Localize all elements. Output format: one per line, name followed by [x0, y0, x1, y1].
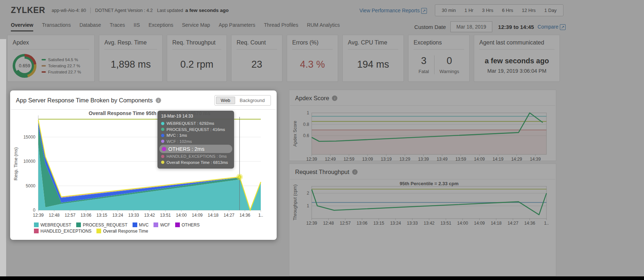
svg-text:12:57: 12:57	[65, 213, 75, 218]
tooltip-time: 14:33	[182, 114, 193, 119]
svg-text:13:42: 13:42	[144, 213, 155, 218]
series-dot	[162, 147, 166, 151]
apdex-score-panel: Apdex Score i 0.60.8112:3912:4912:5913:0…	[289, 90, 556, 161]
tooltip-date: 18-Mar-19	[161, 114, 181, 119]
time-range-1-day[interactable]: 1 Day	[540, 7, 561, 14]
metric-card-agent-last-communicated: Agent last communicateda few seconds ago…	[474, 35, 560, 82]
view-performance-reports-link[interactable]: View Performance Reports↗	[359, 8, 427, 13]
tab-exceptions[interactable]: Exceptions	[148, 22, 173, 31]
svg-text:14:00: 14:00	[457, 221, 468, 226]
legend-item-mvc[interactable]: MVC	[133, 222, 149, 228]
legend-item-overall response time[interactable]: Overall Response Time	[96, 229, 148, 234]
throughput-line-chart[interactable]: 1212:3912:4812:5713:0613:1513:2413:3313:…	[291, 182, 552, 232]
legend-label: Tolerating 22.7 %	[48, 64, 80, 68]
svg-text:13:19: 13:19	[381, 157, 392, 162]
card-divider	[13, 49, 89, 50]
card-value: 0.2 rpm	[172, 59, 221, 70]
card-divider	[104, 49, 157, 50]
svg-text:13:06: 13:06	[81, 213, 91, 218]
exceptions-label: Fatal	[419, 69, 429, 74]
svg-text:0.6: 0.6	[303, 133, 309, 138]
legend-label: WCF	[160, 222, 170, 228]
tooltip-text: WEBREQUEST : 6292ms	[167, 121, 214, 126]
svg-text:14:09: 14:09	[192, 213, 203, 218]
tooltip-row-overall response time: Overall Response Time : 6813ms	[161, 160, 230, 166]
tab-thread-profiles[interactable]: Thread Profiles	[264, 22, 298, 31]
exceptions-fatal: 3Fatal	[414, 55, 434, 74]
agent-last-communicated-value: a few seconds ago	[479, 57, 554, 65]
legend-label: Satisfied 54.5 %	[48, 58, 78, 62]
chart-legend: WEBREQUESTPROCESS_REQUESTMVCWCFOTHERSHAN…	[34, 222, 277, 234]
tab-iis[interactable]: IIS	[134, 22, 140, 31]
series-dot	[161, 134, 164, 137]
legend-swatch	[175, 222, 180, 227]
tab-service-map[interactable]: Service Map	[182, 22, 210, 31]
card-title: Apdex	[13, 39, 89, 46]
tab-transactions[interactable]: Transactions	[42, 22, 71, 31]
components-stacked-area-chart[interactable]: 05000100001500012:3912:4812:5713:0613:15…	[12, 110, 274, 219]
card-divider	[292, 49, 333, 50]
info-icon[interactable]: i	[352, 169, 358, 175]
metric-card-apdex: Apdex0.659Satisfied 54.5 %Tolerating 22.…	[7, 35, 95, 82]
toggle-background[interactable]: Background	[235, 97, 269, 104]
legend-item-handled_exceptions[interactable]: HANDLED_EXCEPTIONS	[34, 229, 91, 234]
tooltip-row-process_request: PROCESS_REQUEST : 416ms	[161, 127, 230, 133]
tooltip-row-webrequest: WEBREQUEST : 6292ms	[161, 120, 230, 127]
series-dot	[161, 128, 164, 131]
tab-app-parameters[interactable]: App Parameters	[219, 22, 255, 31]
panel-title: Apdex Score	[295, 95, 329, 102]
tab-traces[interactable]: Traces	[110, 22, 125, 31]
svg-text:13:06: 13:06	[356, 221, 367, 226]
chart-tooltip: 18-Mar-19 14:33 WEBREQUEST : 6292msPROCE…	[157, 111, 234, 169]
legend-item-others[interactable]: OTHERS	[175, 222, 200, 228]
svg-text:14:39: 14:39	[530, 157, 541, 162]
card-title: Req. Count	[237, 39, 277, 46]
svg-text:15000: 15000	[23, 135, 36, 140]
host-label: app-w8-Aio-4: 80	[52, 8, 86, 13]
card-value: 1,898 ms	[104, 59, 157, 70]
apdex-body: 0.659Satisfied 54.5 %Tolerating 22.7 %Fr…	[13, 54, 89, 78]
tooltip-row-others: OTHERS : 2ms	[159, 145, 232, 153]
metric-card-avg-resp-time: Avg. Resp. Time1,898 ms	[99, 35, 163, 82]
toggle-web[interactable]: Web	[216, 97, 235, 104]
tab-rum-analytics[interactable]: RUM Analytics	[307, 22, 340, 31]
exceptions-count: 0	[440, 55, 459, 67]
legend-item-webrequest[interactable]: WEBREQUEST	[34, 222, 71, 228]
time-range-6-hrs[interactable]: 6 Hrs	[498, 7, 518, 14]
tooltip-text: PROCESS_REQUEST : 416ms	[167, 127, 225, 132]
bottom-black-bar	[0, 276, 644, 280]
time-range-30-min[interactable]: 30 min	[437, 7, 460, 14]
compare-link[interactable]: Compare↗	[537, 24, 566, 30]
time-range-value: 12:39 to 14:45	[498, 24, 534, 30]
tooltip-text: MVC : 1ms	[167, 133, 187, 137]
time-range-1-hr[interactable]: 1 Hr	[460, 7, 478, 14]
panel-title: App Server Response Time Broken by Compo…	[16, 97, 153, 104]
svg-text:Resp. Time (ms): Resp. Time (ms)	[13, 147, 18, 181]
svg-text:12:48: 12:48	[323, 221, 334, 226]
exceptions-count: 3	[419, 55, 429, 67]
tooltip-text: Overall Response Time : 6813ms	[167, 160, 228, 165]
time-range-12-hrs[interactable]: 12 Hrs	[518, 7, 540, 14]
svg-text:0: 0	[33, 208, 35, 213]
tab-overview[interactable]: Overview	[11, 22, 33, 31]
metric-card-req-count: Req. Count23	[231, 35, 282, 82]
svg-text:13:24: 13:24	[112, 213, 123, 218]
svg-text:14:36: 14:36	[239, 213, 250, 218]
info-icon[interactable]: i	[156, 98, 161, 103]
info-icon[interactable]: i	[332, 96, 337, 101]
legend-label: MVC	[139, 222, 149, 228]
time-range-3-hrs[interactable]: 3 Hrs	[478, 7, 498, 14]
legend-label: Frustrated 22.7 %	[48, 70, 81, 74]
legend-swatch	[133, 222, 137, 227]
left-edge-strip	[0, 39, 6, 276]
legend-label: Overall Response Time	[103, 229, 148, 234]
date-picker[interactable]: Mar 18, 2019	[450, 21, 493, 32]
metric-card-req-throughput: Req. Throughput0.2 rpm	[167, 35, 227, 82]
svg-text:13:33: 13:33	[128, 213, 139, 218]
apdex-score-line-chart[interactable]: 0.60.8112:3912:4912:5913:0913:1913:2913:…	[291, 107, 552, 162]
legend-item-wcf[interactable]: WCF	[154, 222, 170, 228]
legend-item-process_request[interactable]: PROCESS_REQUEST	[76, 222, 127, 228]
svg-text:14:29: 14:29	[511, 157, 522, 162]
metric-card-avg-cpu-time: Avg. CPU Time194 ms	[342, 35, 404, 82]
tab-database[interactable]: Database	[79, 22, 101, 31]
